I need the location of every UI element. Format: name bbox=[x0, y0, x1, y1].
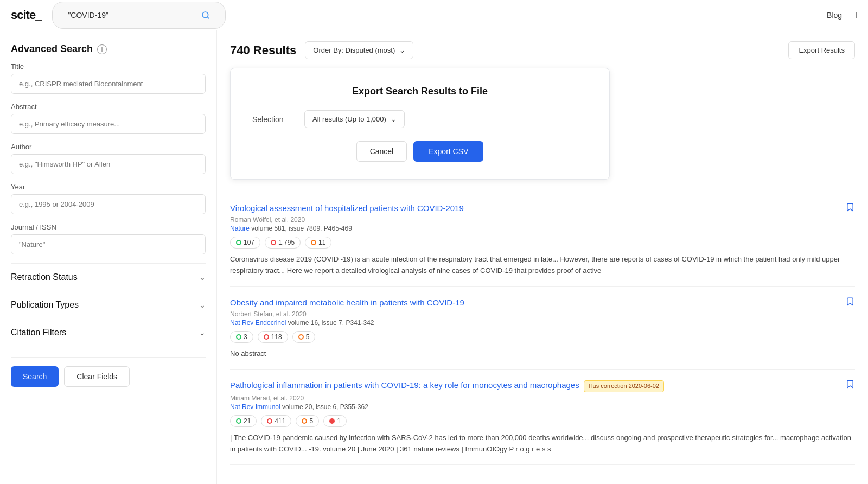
result-item: Obesity and impaired metabolic health in… bbox=[230, 287, 855, 370]
nav-account[interactable]: I bbox=[855, 11, 857, 20]
result-journal-0: Nature volume 581, issue 7809, P465-469 bbox=[230, 225, 855, 232]
result-item: Virological assessment of hospitalized p… bbox=[230, 193, 855, 287]
badge-count-1-1: 118 bbox=[271, 333, 282, 341]
results-header: 740 Results Order By: Disputed (most) ⌄ … bbox=[230, 41, 855, 59]
badge-count-2-0: 21 bbox=[244, 417, 251, 425]
export-csv-button[interactable]: Export CSV bbox=[413, 141, 483, 162]
citation-badge-1-2: 5 bbox=[292, 331, 316, 343]
journal-field-group: Journal / ISSN bbox=[11, 223, 206, 254]
result-title-2[interactable]: Pathological inflammation in patients wi… bbox=[230, 380, 664, 390]
citation-badges-2: 21 411 5 1 bbox=[230, 415, 855, 427]
citation-badge-2-0: 21 bbox=[230, 415, 257, 427]
author-field-group: Author bbox=[11, 143, 206, 174]
retraction-status-header[interactable]: Retraction Status ⌄ bbox=[11, 272, 206, 282]
title-label: Title bbox=[11, 62, 206, 71]
publication-types-section[interactable]: Publication Types ⌄ bbox=[11, 291, 206, 319]
header: scite_ Blog I bbox=[0, 0, 868, 30]
nav-blog[interactable]: Blog bbox=[827, 11, 842, 20]
citation-badge-2-1: 411 bbox=[261, 415, 291, 427]
export-modal: Export Search Results to File Selection … bbox=[230, 68, 610, 180]
citation-badges-1: 3 118 5 bbox=[230, 331, 855, 343]
selection-dropdown[interactable]: All results (Up to 1,000) ⌄ bbox=[304, 110, 405, 128]
info-icon[interactable]: i bbox=[97, 44, 107, 54]
citation-badges-0: 107 1,795 11 bbox=[230, 237, 855, 249]
svg-line-1 bbox=[207, 17, 209, 18]
citation-badge-0-2: 11 bbox=[305, 237, 331, 249]
main-layout: Advanced Search i Title Abstract Author … bbox=[0, 30, 868, 484]
publication-types-label: Publication Types bbox=[11, 300, 79, 310]
order-by-chevron-icon: ⌄ bbox=[399, 46, 405, 54]
badge-count-0-0: 107 bbox=[244, 239, 254, 246]
journal-input[interactable] bbox=[11, 234, 206, 254]
result-authors-1: Norbert Stefan, et al. 2020 bbox=[230, 310, 855, 318]
main-content: 740 Results Order By: Disputed (most) ⌄ … bbox=[217, 30, 868, 484]
badge-dot-1-2 bbox=[298, 334, 304, 340]
badge-count-2-3: 1 bbox=[337, 417, 341, 425]
citation-badge-2-3: 1 bbox=[323, 415, 347, 427]
clear-fields-button[interactable]: Clear Fields bbox=[64, 366, 130, 387]
abstract-input[interactable] bbox=[11, 114, 206, 134]
journal-link-1[interactable]: Nat Rev Endocrinol bbox=[230, 319, 286, 327]
citation-badge-1-0: 3 bbox=[230, 331, 253, 343]
retraction-status-label: Retraction Status bbox=[11, 272, 78, 282]
bookmark-icon-0[interactable] bbox=[845, 202, 855, 214]
publication-types-header[interactable]: Publication Types ⌄ bbox=[11, 300, 206, 310]
author-input[interactable] bbox=[11, 154, 206, 174]
author-label: Author bbox=[11, 143, 206, 151]
sidebar: Advanced Search i Title Abstract Author … bbox=[0, 30, 217, 484]
advanced-search-title: Advanced Search i bbox=[11, 43, 206, 55]
citation-filters-label: Citation Filters bbox=[11, 328, 66, 337]
bookmark-icon-1[interactable] bbox=[845, 297, 855, 309]
search-submit-button[interactable] bbox=[201, 11, 210, 20]
journal-link-2[interactable]: Nat Rev Immunol bbox=[230, 403, 280, 411]
citation-badge-0-1: 1,795 bbox=[265, 237, 301, 249]
result-item: Pathological inflammation in patients wi… bbox=[230, 370, 855, 465]
site-logo: scite_ bbox=[11, 8, 41, 22]
export-results-button[interactable]: Export Results bbox=[788, 41, 855, 59]
bookmark-icon-2[interactable] bbox=[845, 379, 855, 391]
export-selection-row: Selection All results (Up to 1,000) ⌄ bbox=[252, 110, 588, 128]
citation-filters-header[interactable]: Citation Filters ⌄ bbox=[11, 328, 206, 337]
abstract-field-group: Abstract bbox=[11, 103, 206, 134]
badge-dot-2-2 bbox=[302, 418, 307, 424]
badge-dot-0-1 bbox=[271, 240, 276, 245]
result-authors-0: Roman Wölfel, et al. 2020 bbox=[230, 216, 855, 224]
title-field-group: Title bbox=[11, 62, 206, 94]
global-search-bar bbox=[52, 2, 226, 29]
badge-dot-2-1 bbox=[267, 418, 272, 424]
export-modal-title: Export Search Results to File bbox=[252, 86, 588, 97]
badge-dot-0-2 bbox=[311, 240, 316, 245]
journal-link-0[interactable]: Nature bbox=[230, 225, 250, 232]
result-journal-2: Nat Rev Immunol volume 20, issue 6, P355… bbox=[230, 403, 855, 411]
cancel-button[interactable]: Cancel bbox=[356, 141, 407, 162]
badge-dot-0-0 bbox=[236, 240, 241, 245]
title-input[interactable] bbox=[11, 74, 206, 94]
retraction-status-section[interactable]: Retraction Status ⌄ bbox=[11, 263, 206, 291]
badge-count-0-1: 1,795 bbox=[278, 239, 295, 246]
badge-dot-1-1 bbox=[264, 334, 269, 340]
result-title-1[interactable]: Obesity and impaired metabolic health in… bbox=[230, 298, 464, 307]
result-title-0[interactable]: Virological assessment of hospitalized p… bbox=[230, 203, 464, 213]
order-by-label: Order By: Disputed (most) bbox=[313, 46, 395, 54]
result-abstract-1: No abstract bbox=[230, 348, 855, 360]
selection-chevron-icon: ⌄ bbox=[391, 115, 397, 123]
retraction-status-chevron: ⌄ bbox=[199, 273, 206, 282]
nav-links: Blog I bbox=[827, 11, 857, 20]
order-by-dropdown[interactable]: Order By: Disputed (most) ⌄ bbox=[305, 41, 413, 59]
publication-types-chevron: ⌄ bbox=[199, 301, 206, 309]
citation-filters-section[interactable]: Citation Filters ⌄ bbox=[11, 319, 206, 346]
journal-label: Journal / ISSN bbox=[11, 223, 206, 231]
result-journal-1: Nat Rev Endocrinol volume 16, issue 7, P… bbox=[230, 319, 855, 327]
results-count: 740 Results bbox=[230, 43, 296, 58]
citation-filters-chevron: ⌄ bbox=[199, 328, 206, 337]
sidebar-buttons: Search Clear Fields bbox=[11, 357, 206, 387]
badge-count-0-2: 11 bbox=[318, 239, 326, 246]
search-button[interactable]: Search bbox=[11, 366, 59, 387]
search-input[interactable] bbox=[60, 5, 201, 25]
result-abstract-0: Coronavirus disease 2019 (COVID -19) is … bbox=[230, 254, 855, 277]
badge-count-1-2: 5 bbox=[306, 333, 310, 341]
year-input[interactable] bbox=[11, 194, 206, 214]
citation-badge-2-2: 5 bbox=[296, 415, 319, 427]
result-authors-2: Miriam Merad, et al. 2020 bbox=[230, 394, 855, 402]
badge-count-2-2: 5 bbox=[309, 417, 313, 425]
